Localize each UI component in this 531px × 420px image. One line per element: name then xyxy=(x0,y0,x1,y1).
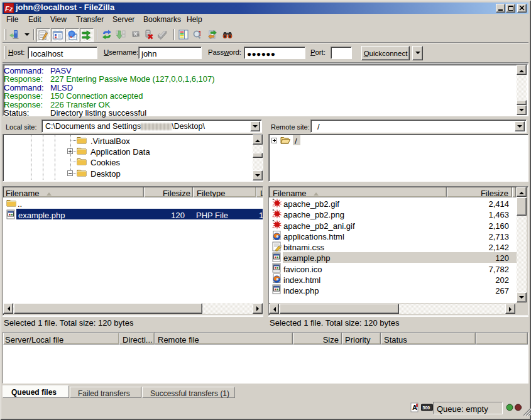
svg-text:500: 500 xyxy=(423,406,430,410)
svg-text:Fz: Fz xyxy=(5,5,13,13)
